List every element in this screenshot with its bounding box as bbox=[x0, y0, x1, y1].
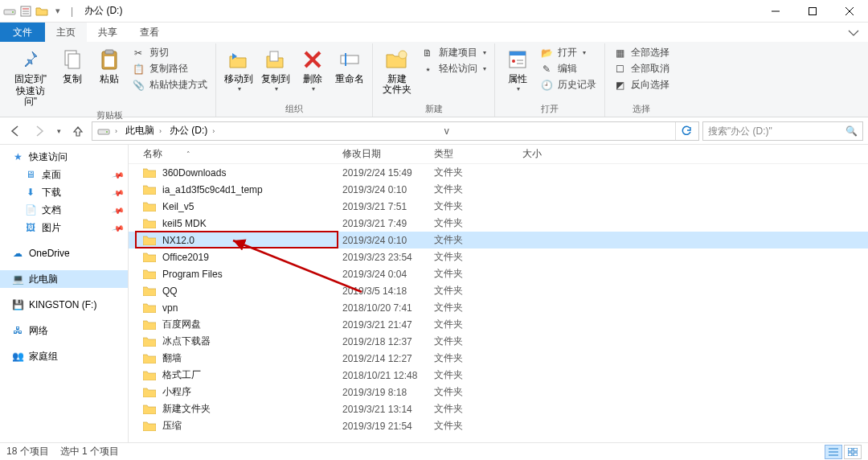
tree-desktop[interactable]: 🖥 桌面📌 bbox=[0, 166, 128, 183]
col-name[interactable]: 名称˄ bbox=[143, 147, 342, 161]
file-type: 文件夹 bbox=[434, 402, 522, 416]
svg-point-23 bbox=[512, 60, 515, 63]
thumbnails-view-button[interactable] bbox=[844, 445, 862, 459]
folder-icon bbox=[143, 185, 156, 195]
pin-icon bbox=[18, 47, 43, 72]
crumb-drive[interactable]: 办公 (D:)› bbox=[166, 122, 218, 140]
column-headers: 名称˄ 修改日期 类型 大小 bbox=[129, 145, 868, 164]
svg-point-20 bbox=[399, 51, 407, 59]
table-row[interactable]: ia_a1d3f5c9c4d1_temp2019/3/24 0:10文件夹 bbox=[129, 181, 868, 198]
new-item-button[interactable]: 🗎 新建项目▾ bbox=[418, 45, 489, 60]
address-bar[interactable]: › 此电脑› 办公 (D:)› v bbox=[92, 121, 699, 141]
file-type: 文件夹 bbox=[434, 233, 522, 247]
easy-access-button[interactable]: ⭑ 轻松访问▾ bbox=[418, 61, 489, 76]
select-all-button[interactable]: ▦ 全部选择 bbox=[610, 45, 673, 60]
tab-home[interactable]: 主页 bbox=[45, 23, 87, 42]
ribbon-help-icon[interactable] bbox=[839, 23, 868, 42]
navigation-pane[interactable]: ★ 快速访问 🖥 桌面📌 ⬇ 下载📌 📄 文档📌 🖼 图片📌 ☁ OneDriv… bbox=[0, 145, 129, 442]
network-icon: 🖧 bbox=[11, 324, 24, 337]
table-row[interactable]: Keil_v52019/3/21 7:51文件夹 bbox=[129, 198, 868, 215]
table-row[interactable]: 格式工厂2018/10/21 12:48文件夹 bbox=[129, 367, 868, 384]
table-row[interactable]: 翻墙2019/2/14 12:27文件夹 bbox=[129, 350, 868, 367]
tab-file[interactable]: 文件 bbox=[0, 23, 45, 42]
file-date: 2019/3/21 13:14 bbox=[342, 404, 434, 415]
folder-icon bbox=[143, 371, 156, 380]
table-row[interactable]: NX12.02019/3/24 0:10文件夹 bbox=[129, 232, 868, 248]
copy-to-button[interactable]: 复制到▾ bbox=[258, 45, 293, 93]
scissors-icon: ✂ bbox=[132, 47, 145, 60]
tree-kingston[interactable]: 💾 KINGSTON (F:) bbox=[0, 296, 128, 314]
forward-button[interactable] bbox=[29, 121, 50, 142]
rename-button[interactable]: 重命名 bbox=[332, 45, 367, 84]
ribbon-tabs: 文件 主页 共享 查看 bbox=[0, 23, 868, 42]
copy-button[interactable]: 复制 bbox=[55, 45, 90, 84]
edit-button[interactable]: ✎ 编辑 bbox=[537, 61, 600, 76]
pin-icon: 📌 bbox=[112, 221, 125, 234]
invert-selection-button[interactable]: ◩ 反向选择 bbox=[610, 77, 673, 92]
table-row[interactable]: Program Files2019/3/24 0:04文件夹 bbox=[129, 265, 868, 282]
tree-downloads[interactable]: ⬇ 下载📌 bbox=[0, 183, 128, 201]
tree-quick-access[interactable]: ★ 快速访问 bbox=[0, 148, 128, 166]
folder-icon bbox=[143, 286, 156, 296]
tree-network[interactable]: 🖧 网络 bbox=[0, 322, 128, 339]
table-row[interactable]: 压缩2019/3/19 21:54文件夹 bbox=[129, 417, 868, 434]
rows-container[interactable]: 360Downloads2019/2/24 15:49文件夹ia_a1d3f5c… bbox=[129, 164, 868, 434]
drive-crumb-icon[interactable]: › bbox=[94, 122, 121, 140]
nav-bar: ▾ › 此电脑› 办公 (D:)› v 🔍 bbox=[0, 117, 868, 145]
search-input[interactable] bbox=[708, 125, 845, 137]
tree-homegroup[interactable]: 👥 家庭组 bbox=[0, 347, 128, 365]
file-date: 2019/2/14 12:27 bbox=[342, 353, 434, 364]
history-button[interactable]: 🕘 历史记录 bbox=[537, 77, 600, 92]
recent-locations-button[interactable]: ▾ bbox=[53, 121, 64, 142]
new-folder-button[interactable]: 新建 文件夹 bbox=[378, 45, 416, 95]
table-row[interactable]: 冰点下载器2019/2/18 12:37文件夹 bbox=[129, 333, 868, 350]
details-view-button[interactable] bbox=[825, 445, 842, 459]
file-name: ia_a1d3f5c9c4d1_temp bbox=[162, 184, 263, 195]
minimize-button[interactable] bbox=[757, 0, 794, 23]
pin-to-quick-access-button[interactable]: 固定到" 快速访问" bbox=[8, 45, 53, 108]
homegroup-icon: 👥 bbox=[11, 350, 24, 363]
cut-button[interactable]: ✂ 剪切 bbox=[129, 45, 211, 60]
refresh-icon[interactable] bbox=[675, 122, 697, 140]
file-name: 格式工厂 bbox=[162, 368, 201, 382]
tab-view[interactable]: 查看 bbox=[129, 23, 170, 42]
col-size[interactable]: 大小 bbox=[522, 147, 587, 161]
select-none-button[interactable]: ☐ 全部取消 bbox=[610, 61, 673, 76]
table-row[interactable]: 360Downloads2019/2/24 15:49文件夹 bbox=[129, 164, 868, 181]
file-date: 2018/10/21 12:48 bbox=[342, 370, 434, 381]
crumb-this-pc[interactable]: 此电脑› bbox=[122, 122, 165, 140]
paste-button[interactable]: 粘贴 bbox=[92, 45, 127, 84]
table-row[interactable]: 新建文件夹2019/3/21 13:14文件夹 bbox=[129, 400, 868, 417]
paste-shortcut-icon: 📎 bbox=[132, 79, 145, 92]
table-row[interactable]: vpn2018/10/20 7:41文件夹 bbox=[129, 299, 868, 316]
tab-share[interactable]: 共享 bbox=[87, 23, 129, 42]
col-type[interactable]: 类型 bbox=[434, 147, 522, 161]
table-row[interactable]: Office20192019/3/23 23:54文件夹 bbox=[129, 248, 868, 265]
delete-button[interactable]: 删除▾ bbox=[295, 45, 330, 93]
table-row[interactable]: keil5 MDK2019/3/21 7:49文件夹 bbox=[129, 215, 868, 232]
search-box[interactable]: 🔍 bbox=[702, 121, 863, 141]
paste-shortcut-button[interactable]: 📎 粘贴快捷方式 bbox=[129, 77, 211, 92]
col-date[interactable]: 修改日期 bbox=[342, 147, 434, 161]
table-row[interactable]: 小程序2019/3/19 8:18文件夹 bbox=[129, 384, 868, 400]
documents-icon: 📄 bbox=[24, 203, 37, 216]
open-button[interactable]: 📂 打开▾ bbox=[537, 45, 600, 60]
close-button[interactable] bbox=[831, 0, 868, 23]
file-type: 文件夹 bbox=[434, 199, 522, 213]
qa-overflow-icon[interactable]: ▾ bbox=[51, 5, 64, 18]
back-button[interactable] bbox=[5, 121, 26, 142]
tree-documents[interactable]: 📄 文档📌 bbox=[0, 201, 128, 219]
maximize-button[interactable] bbox=[794, 0, 831, 23]
address-dropdown-icon[interactable]: v bbox=[440, 122, 454, 140]
move-to-button[interactable]: 移动到▾ bbox=[221, 45, 256, 93]
up-button[interactable] bbox=[68, 121, 88, 142]
tree-this-pc[interactable]: 💻 此电脑 bbox=[0, 270, 128, 288]
tree-pictures[interactable]: 🖼 图片📌 bbox=[0, 219, 128, 236]
properties-button[interactable]: 属性▾ bbox=[500, 45, 535, 93]
table-row[interactable]: 百度网盘2019/3/21 21:47文件夹 bbox=[129, 316, 868, 333]
table-row[interactable]: QQ2019/3/5 14:18文件夹 bbox=[129, 282, 868, 299]
properties-qa-icon[interactable] bbox=[19, 5, 32, 18]
file-date: 2019/3/24 0:10 bbox=[342, 235, 434, 246]
copy-path-button[interactable]: 📋 复制路径 bbox=[129, 61, 211, 76]
tree-onedrive[interactable]: ☁ OneDrive bbox=[0, 244, 128, 262]
